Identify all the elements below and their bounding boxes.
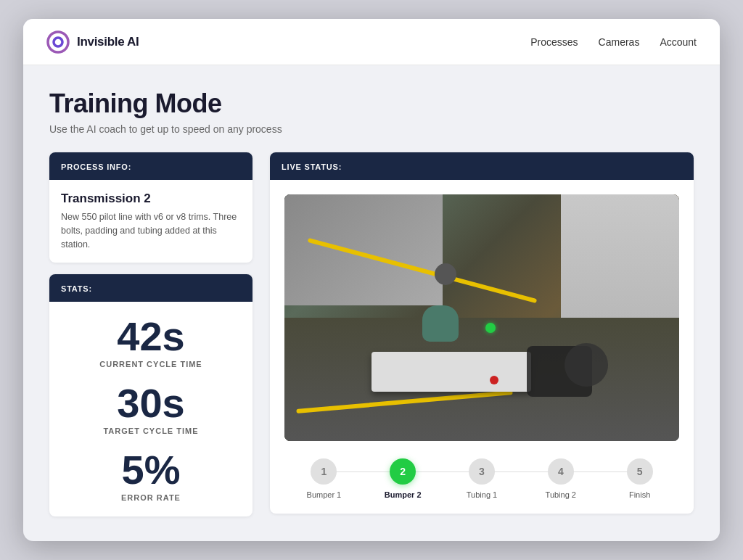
step-item-1[interactable]: 1 Bumper 1: [284, 458, 364, 499]
video-placeholder: [284, 194, 679, 441]
target-cycle-time-label: TARGET CYCLE TIME: [61, 427, 241, 435]
video-frame: [284, 194, 679, 441]
live-status-body: 1 Bumper 1 2 Bumper 2 3 Tubing 1: [270, 180, 694, 514]
nav-account[interactable]: Account: [660, 36, 697, 48]
step-circle-2[interactable]: 2: [390, 458, 416, 485]
navbar: Invisible AI Processes Cameras Account: [23, 19, 720, 65]
steps-row: 1 Bumper 1 2 Bumper 2 3 Tubing 1: [284, 458, 679, 499]
app-window: Invisible AI Processes Cameras Account T…: [23, 19, 720, 541]
step-label-1: Bumper 1: [307, 490, 342, 499]
current-cycle-time-label: CURRENT CYCLE TIME: [61, 360, 241, 368]
process-info-header: PROCESS INFO:: [49, 152, 253, 180]
error-rate-value: 5%: [61, 450, 241, 490]
nav-cameras[interactable]: Cameras: [599, 36, 640, 48]
main-content: Training Mode Use the AI coach to get up…: [23, 65, 720, 541]
logo-icon: [46, 30, 70, 54]
process-title: Transmission 2: [61, 192, 241, 206]
step-label-3: Tubing 1: [467, 490, 497, 499]
columns-layout: PROCESS INFO: Transmission 2 New 550 pil…: [49, 152, 694, 516]
process-info-card: PROCESS INFO: Transmission 2 New 550 pil…: [49, 152, 253, 263]
error-rate-label: ERROR RATE: [61, 493, 241, 502]
logo-text: Invisible AI: [77, 35, 139, 49]
stats-body: 42s CURRENT CYCLE TIME 30s TARGET CYCLE …: [49, 302, 253, 516]
step-item-5[interactable]: 5 Finish: [600, 458, 679, 499]
logo-area: Invisible AI: [46, 30, 139, 54]
stats-card: STATS: 42s CURRENT CYCLE TIME 30s TARGET…: [49, 274, 253, 516]
process-info-body: Transmission 2 New 550 pilot line with v…: [49, 180, 253, 263]
step-item-2[interactable]: 2 Bumper 2: [364, 458, 443, 499]
live-status-header-text: LIVE STATUS:: [282, 162, 342, 171]
red-status-dot: [490, 376, 498, 384]
page-title: Training Mode: [49, 88, 694, 119]
nav-processes[interactable]: Processes: [530, 36, 578, 48]
stats-header: STATS:: [49, 274, 253, 302]
stats-header-text: STATS:: [61, 284, 92, 293]
step-circle-3[interactable]: 3: [469, 458, 495, 485]
step-label-2: Bumper 2: [385, 490, 422, 499]
page-subtitle: Use the AI coach to get up to speed on a…: [49, 123, 694, 135]
right-column: LIVE STATUS:: [270, 152, 694, 514]
process-description: New 550 pilot line with v6 or v8 trims. …: [61, 210, 241, 251]
step-item-4[interactable]: 4 Tubing 2: [521, 458, 600, 499]
step-circle-5[interactable]: 5: [627, 458, 653, 485]
nav-links: Processes Cameras Account: [530, 36, 697, 48]
svg-point-0: [48, 32, 68, 52]
step-label-5: Finish: [629, 490, 650, 499]
live-status-card: LIVE STATUS:: [270, 152, 694, 514]
live-status-header: LIVE STATUS:: [270, 152, 694, 180]
target-cycle-time-value: 30s: [61, 383, 241, 424]
step-item-3[interactable]: 3 Tubing 1: [443, 458, 522, 499]
left-column: PROCESS INFO: Transmission 2 New 550 pil…: [49, 152, 253, 516]
process-info-header-text: PROCESS INFO:: [61, 162, 131, 171]
svg-point-1: [54, 38, 62, 46]
current-cycle-time-value: 42s: [61, 316, 241, 357]
step-circle-1[interactable]: 1: [311, 458, 337, 485]
step-circle-4[interactable]: 4: [548, 458, 574, 485]
step-label-4: Tubing 2: [546, 490, 576, 499]
